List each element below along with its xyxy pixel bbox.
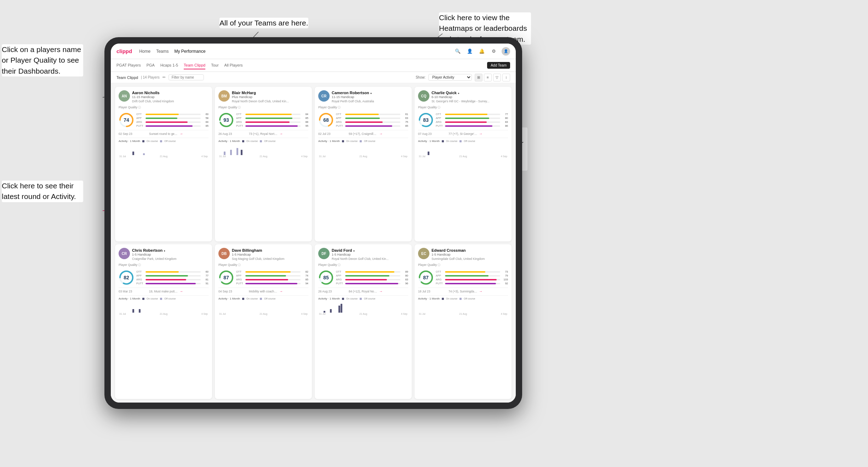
show-select[interactable]: Player Activity Quality Score Trend <box>428 74 472 81</box>
last-round[interactable]: 26 Aug 23 84 (+12), Royal North Devon GC… <box>318 287 408 293</box>
putt-value: 85 <box>202 124 209 127</box>
last-round-arrow[interactable]: → <box>179 289 209 293</box>
player-info: Cameron Robertson ● 11-15 Handicap Royal… <box>332 90 408 103</box>
last-round[interactable]: 02 Jul 23 59 (+17), Craigmillar Park GC … <box>318 130 408 136</box>
chart-label-end: 4 Sep <box>501 155 507 158</box>
list-view-button[interactable]: ≡ <box>484 74 492 81</box>
chart-labels: 31 Jul 21 Aug 4 Sep <box>119 155 209 158</box>
verified-badge: ● <box>164 249 165 252</box>
app-fill <box>245 118 292 119</box>
last-round[interactable]: 04 Sep 23 Mobility with coach, Gym → <box>218 287 308 293</box>
chart-label-mid: 21 Aug <box>359 155 367 158</box>
arg-label: ARG <box>136 278 144 281</box>
player-club: Royal North Devon Golf Club, United Kin.… <box>232 99 308 103</box>
filter-input[interactable] <box>169 74 204 80</box>
ott-label: OTT <box>336 113 344 116</box>
quality-section[interactable]: 82 OTT 60 APP 77 <box>119 270 209 285</box>
profile-icon[interactable]: 👤 <box>466 47 474 56</box>
chart-empty-bar <box>344 146 347 155</box>
player-name[interactable]: Dave Billingham <box>232 248 308 253</box>
player-name[interactable]: Aaron Nicholls <box>132 90 209 95</box>
edit-icon[interactable]: ✏ <box>162 75 166 80</box>
sort-view-button[interactable]: ↕ <box>502 74 510 81</box>
chart-label-mid: 21 Aug <box>160 155 167 158</box>
settings-icon[interactable]: ⚙ <box>490 47 498 56</box>
quality-section[interactable]: 85 OTT 89 APP 80 <box>318 270 408 285</box>
filter-view-button[interactable]: ▽ <box>493 74 501 81</box>
oncourse-legend <box>242 298 244 300</box>
last-round-arrow[interactable]: → <box>379 289 408 293</box>
add-team-button[interactable]: Add Team <box>487 62 510 69</box>
nav-link-teams[interactable]: Teams <box>156 48 169 55</box>
player-avatar[interactable]: CQ <box>418 90 429 102</box>
player-avatar[interactable]: BM <box>218 90 230 102</box>
quality-ring[interactable]: 87 <box>418 270 434 285</box>
last-round[interactable]: 02 Sep 23 Sunset round to get back into … <box>119 130 209 136</box>
card-header: DB Dave Billingham 1-5 Handicap Sog Magi… <box>218 248 308 261</box>
last-round-arrow[interactable]: → <box>379 132 408 136</box>
player-avatar[interactable]: DB <box>218 248 230 259</box>
arg-value: 84 <box>202 120 209 124</box>
player-name[interactable]: Blair McHarg <box>232 90 308 95</box>
last-round-text: Mobility with coach, Gym <box>249 290 278 293</box>
putt-row: PUTT 85 <box>136 124 209 127</box>
quality-section[interactable]: 87 OTT 82 APP 74 <box>218 270 308 285</box>
player-name[interactable]: Charlie Quick ● <box>432 90 508 95</box>
grid-view-button[interactable]: ⊞ <box>475 74 482 81</box>
quality-ring[interactable]: 87 <box>218 270 234 285</box>
ott-track <box>145 271 201 273</box>
last-round[interactable]: 18 Jul 23 74 (+3), Sunningdale GC - Old.… <box>418 287 508 293</box>
tab-pgat[interactable]: PGAT Players <box>116 62 141 69</box>
quality-ring[interactable]: 93 <box>218 112 234 128</box>
quality-section[interactable]: 83 OTT 77 APP 80 <box>418 112 508 128</box>
nav-link-home[interactable]: Home <box>139 48 150 55</box>
last-round-date: 18 Jul 23 <box>418 290 447 293</box>
player-avatar[interactable]: CR <box>119 248 130 259</box>
last-round-arrow[interactable]: → <box>279 289 308 293</box>
player-avatar[interactable]: AN <box>119 90 130 102</box>
notification-icon[interactable]: 🔔 <box>478 47 486 56</box>
last-round-arrow[interactable]: → <box>479 132 508 136</box>
tab-all-players[interactable]: All Players <box>224 62 243 69</box>
quality-section[interactable]: 68 OTT 61 APP 63 <box>318 112 408 128</box>
oncourse-legend <box>442 140 444 142</box>
last-round[interactable]: 07 Aug 23 77 (+7), St George's Hill GC -… <box>418 130 508 136</box>
player-avatar[interactable]: EC <box>418 248 429 259</box>
last-round-arrow[interactable]: → <box>479 289 508 293</box>
quality-ring[interactable]: 74 <box>119 112 134 128</box>
nav-link-performance[interactable]: My Performance <box>175 48 206 55</box>
chart-empty-bar <box>344 303 347 313</box>
last-round[interactable]: 03 Mar 23 19, Must make putting → <box>119 287 209 293</box>
quality-score: 83 <box>423 117 429 123</box>
quality-ring[interactable]: 83 <box>418 112 434 128</box>
player-avatar[interactable]: DF <box>318 248 330 259</box>
player-avatar[interactable]: CR <box>318 90 330 102</box>
tab-hcaps[interactable]: Hcaps 1-5 <box>160 62 178 69</box>
last-round-arrow[interactable]: → <box>179 132 209 136</box>
putt-label: PUTT <box>436 282 444 285</box>
search-icon[interactable]: 🔍 <box>453 47 462 56</box>
activity-header: Activity · 1 Month On course Off course <box>119 297 209 300</box>
player-name[interactable]: Chris Robertson ● <box>132 248 209 253</box>
offcourse-label: Off course <box>364 297 375 300</box>
putt-value: 94 <box>302 282 308 285</box>
last-round[interactable]: 26 Aug 23 73 (+1), Royal North Devon GC … <box>218 130 308 136</box>
quality-ring[interactable]: 68 <box>318 112 334 128</box>
tab-tour[interactable]: Tour <box>211 62 218 69</box>
quality-ring[interactable]: 82 <box>119 270 134 285</box>
nav-icons: 🔍 👤 🔔 ⚙ 👤 <box>453 47 510 56</box>
user-avatar[interactable]: 👤 <box>502 47 510 56</box>
quality-section[interactable]: 87 OTT 73 APP 79 <box>418 270 508 285</box>
quality-section[interactable]: 93 OTT 84 APP 85 <box>218 112 308 128</box>
player-name[interactable]: David Ford ● <box>332 248 408 253</box>
quality-score: 74 <box>124 117 129 123</box>
quality-ring[interactable]: 85 <box>318 270 334 285</box>
tab-team-clippd[interactable]: Team Clippd <box>184 62 205 69</box>
tab-pga[interactable]: PGA <box>147 62 155 69</box>
last-round-arrow[interactable]: → <box>279 132 308 136</box>
quality-section[interactable]: 74 OTT 60 APP 58 <box>119 112 209 128</box>
putt-row: PUTT 96 <box>336 282 408 285</box>
player-name[interactable]: Edward Crossman <box>432 248 508 253</box>
player-name[interactable]: Cameron Robertson ● <box>332 90 408 95</box>
arg-fill <box>345 121 383 123</box>
